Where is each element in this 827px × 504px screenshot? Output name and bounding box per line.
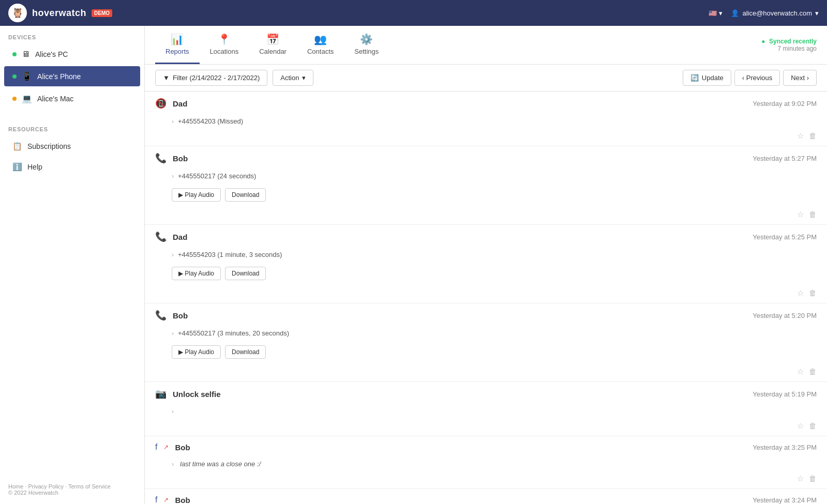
tab-locations[interactable]: 📍 Locations [200,26,249,64]
record-dad-1m3s-footer: ☆ 🗑 [145,286,827,303]
main-content: 📊 Reports 📍 Locations 📅 Calendar 👥 Conta… [145,26,827,504]
alices-mac-icon: 💻 [22,94,32,103]
update-icon: 🔄 [690,74,699,82]
record-bob-24s-phone: +445550217 (24 seconds) [178,172,256,180]
record-bob-3m20s-delete[interactable]: 🗑 [809,367,817,376]
previous-button[interactable]: ‹ Previous [734,70,780,86]
sidebar-item-alices-mac[interactable]: 💻 Alice's Mac [4,88,140,109]
record-bob-3m20s-download[interactable]: Download [225,345,266,359]
record-fb-bob-1-message: last time was a close one :/ [178,460,261,468]
filter-icon: ▼ [163,74,170,82]
record-dad-1m3s-delete[interactable]: 🗑 [809,288,817,298]
record-bob-24s-star[interactable]: ☆ [797,210,804,219]
call-icon-3: 📞 [155,310,167,321]
record-fb-bob-1-expand[interactable]: › [172,461,174,468]
record-bob-24s-name: Bob [173,154,188,163]
tab-reports[interactable]: 📊 Reports [155,26,200,64]
reports-tab-label: Reports [166,48,189,55]
record-selfie-delete[interactable]: 🗑 [809,421,817,431]
flag-selector[interactable]: 🇺🇸 ▾ [709,9,723,17]
record-bob-24s-expand[interactable]: › [172,173,174,180]
record-dad-missed-header: 📵 Dad Yesterday at 9:02 PM [145,91,827,115]
terms-link[interactable]: Terms of Service [68,483,111,490]
camera-icon: 📷 [155,388,167,400]
record-selfie-detail: › [145,406,827,419]
record-dad-missed-star[interactable]: ☆ [797,131,804,141]
record-bob-24s-delete[interactable]: 🗑 [809,210,817,219]
locations-tab-icon: 📍 [218,33,231,45]
record-selfie-time: Yesterday at 5:19 PM [753,390,817,398]
settings-tab-icon: ⚙️ [360,33,373,45]
record-dad-1m3s-download[interactable]: Download [225,267,266,280]
fb-arrow-icon-1: ↗ [163,444,169,451]
privacy-link[interactable]: Privacy Policy [28,483,64,490]
next-arrow-icon: › [807,74,809,82]
record-fb-bob-2-name: Bob [175,496,190,505]
help-icon: ℹ️ [12,162,22,172]
record-bob-3m20s-expand[interactable]: › [172,330,174,337]
user-menu[interactable]: 👤 alice@hoverwatch.com ▾ [731,9,819,17]
devices-label: DEVICES [0,26,144,43]
record-dad-1m3s-expand[interactable]: › [172,251,174,258]
toolbar-right: 🔄 Update ‹ Previous Next › [683,70,817,86]
sidebar-item-help[interactable]: ℹ️ Help [4,157,140,177]
demo-badge: DEMO [92,9,112,17]
record-fb-bob-1-name: Bob [175,443,190,452]
subscriptions-label: Subscriptions [27,142,71,150]
filter-label: Filter (2/14/2022 - 2/17/2022) [173,74,260,82]
contacts-tab-label: Contacts [307,48,334,55]
fb-arrow-icon-2: ↗ [163,496,169,503]
layout: DEVICES 🖥 Alice's PC 📱 Alice's Phone 💻 A… [0,26,827,504]
logo-text: hoverwatch [32,8,86,19]
tab-calendar[interactable]: 📅 Calendar [249,26,297,64]
next-button[interactable]: Next › [783,70,817,86]
record-bob-24s-download[interactable]: Download [225,188,266,202]
contacts-tab-icon: 👥 [314,33,327,45]
record-bob-3m20s-star[interactable]: ☆ [797,367,804,376]
record-bob-24s-footer: ☆ 🗑 [145,208,827,224]
facebook-icon-2: f [155,495,157,504]
record-dad-1m3s-play[interactable]: ▶ Play Audio [172,267,221,280]
record-dad-1m3s-detail: › +445554203 (1 minute, 3 seconds) [145,249,827,263]
record-fb-bob-1-header: f ↗ Bob Yesterday at 3:25 PM [145,436,827,458]
record-fb-bob-2-header: f ↗ Bob Yesterday at 3:24 PM [145,489,827,504]
action-dropdown-arrow: ▾ [302,74,306,82]
calendar-tab-label: Calendar [259,48,287,55]
subscriptions-icon: 📋 [12,142,22,151]
sidebar-item-alices-phone[interactable]: 📱 Alice's Phone [4,66,140,86]
tabs: 📊 Reports 📍 Locations 📅 Calendar 👥 Conta… [155,26,389,64]
update-button[interactable]: 🔄 Update [683,70,731,86]
record-dad-missed-delete[interactable]: 🗑 [809,131,817,141]
alices-mac-label: Alice's Mac [37,95,73,103]
sync-label: Synced recently [769,38,817,45]
alices-phone-icon: 📱 [22,71,32,81]
footer-links: Home · Privacy Policy · Terms of Service [8,483,136,490]
record-dad-missed: 📵 Dad Yesterday at 9:02 PM › +445554203 … [145,91,827,146]
record-bob-24s-play[interactable]: ▶ Play Audio [172,188,221,202]
record-fb-bob-1-star[interactable]: ☆ [797,474,804,483]
record-fb-bob-2-left: f ↗ Bob [155,495,190,504]
record-fb-bob-1-footer: ☆ 🗑 [145,472,827,488]
record-dad-missed-expand[interactable]: › [172,118,174,125]
alices-pc-icon: 🖥 [22,50,30,59]
record-bob-3m20s-play[interactable]: ▶ Play Audio [172,345,221,359]
tab-contacts[interactable]: 👥 Contacts [297,26,344,64]
home-link[interactable]: Home [8,483,23,490]
header-left: 🦉 hoverwatch DEMO [8,4,112,22]
record-bob-3m20s-buttons: ▶ Play Audio Download [145,341,827,365]
tab-settings[interactable]: ⚙️ Settings [344,26,389,64]
record-selfie-star[interactable]: ☆ [797,421,804,431]
record-dad-1m3s-star[interactable]: ☆ [797,288,804,298]
record-selfie-expand[interactable]: › [172,408,174,415]
alices-phone-label: Alice's Phone [37,72,81,81]
sync-time: 7 minutes ago [778,45,817,52]
filter-button[interactable]: ▼ Filter (2/14/2022 - 2/17/2022) [155,70,267,86]
action-button[interactable]: Action ▾ [273,70,313,86]
facebook-icon-1: f [155,442,157,452]
record-dad-missed-phone: +445554203 (Missed) [178,117,243,125]
prev-arrow-icon: ‹ [742,74,744,82]
record-fb-bob-1-delete[interactable]: 🗑 [809,474,817,483]
sidebar-item-alices-pc[interactable]: 🖥 Alice's PC [4,44,140,64]
record-dad-1m3s-header: 📞 Dad Yesterday at 5:25 PM [145,225,827,249]
sidebar-item-subscriptions[interactable]: 📋 Subscriptions [4,136,140,156]
